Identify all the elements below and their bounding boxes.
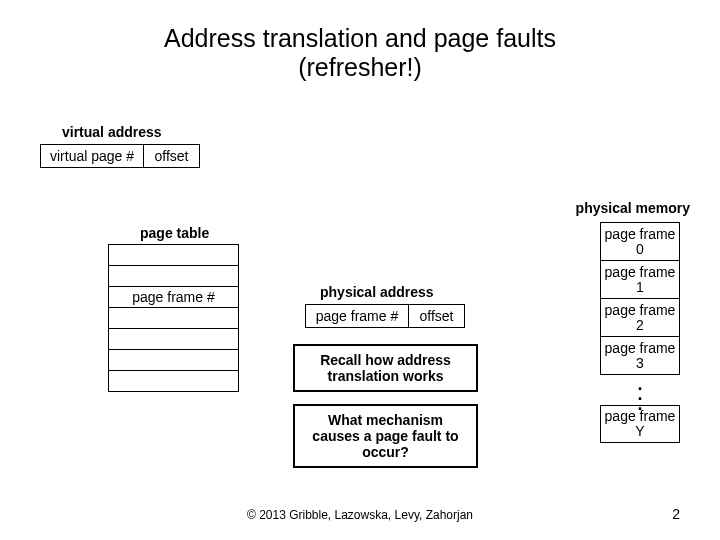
page-number: 2 — [672, 506, 680, 522]
slide-title: Address translation and page faults (ref… — [0, 0, 720, 82]
virtual-address-row: virtual page # offset — [40, 144, 200, 168]
page-table-row — [109, 245, 239, 266]
physical-frame-number-cell: page frame # — [305, 304, 409, 328]
physical-memory-label: physical memory — [576, 200, 690, 216]
page-frame-cell: page frame 0 — [601, 223, 680, 261]
ellipsis-icon: ... — [600, 375, 680, 405]
virtual-address-label: virtual address — [62, 124, 162, 140]
physical-memory: page frame 0 page frame 1 page frame 2 p… — [600, 222, 680, 443]
page-table-row: page frame # — [109, 287, 239, 308]
copyright-footer: © 2013 Gribble, Lazowska, Levy, Zahorjan — [0, 508, 720, 522]
page-table-row — [109, 371, 239, 392]
page-table-row — [109, 308, 239, 329]
page-table: page frame # — [108, 244, 239, 392]
physical-address-label: physical address — [320, 284, 434, 300]
page-table-row — [109, 350, 239, 371]
recall-callout: Recall how address translation works — [293, 344, 478, 392]
page-table-row — [109, 329, 239, 350]
page-frame-cell: page frame 1 — [601, 261, 680, 299]
title-line-1: Address translation and page faults — [164, 24, 556, 52]
page-frame-cell: page frame 3 — [601, 337, 680, 375]
physical-offset-cell: offset — [409, 304, 465, 328]
title-line-2: (refresher!) — [298, 53, 422, 81]
page-frame-cell: page frame 2 — [601, 299, 680, 337]
page-table-row — [109, 266, 239, 287]
page-frame-cell: page frame Y — [600, 405, 680, 443]
virtual-page-number-cell: virtual page # — [40, 144, 144, 168]
page-table-label: page table — [140, 225, 209, 241]
virtual-offset-cell: offset — [144, 144, 200, 168]
physical-address-row: page frame # offset — [305, 304, 465, 328]
question-callout: What mechanism causes a page fault to oc… — [293, 404, 478, 468]
